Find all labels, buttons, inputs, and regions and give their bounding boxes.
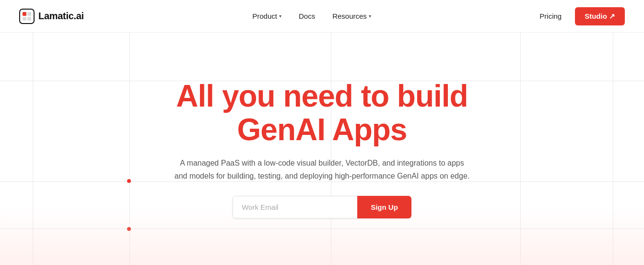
nav-product-label: Product xyxy=(252,12,277,20)
svg-rect-1 xyxy=(23,12,26,16)
chevron-down-icon-resources: ▾ xyxy=(369,13,371,19)
logo-icon xyxy=(19,9,35,24)
nav-right: Pricing Studio ↗ xyxy=(539,7,625,25)
nav-docs-label: Docs xyxy=(299,12,315,20)
chevron-down-icon: ▾ xyxy=(279,13,281,19)
svg-rect-0 xyxy=(20,9,34,24)
red-dot-2 xyxy=(127,227,131,231)
studio-button[interactable]: Studio ↗ xyxy=(575,7,625,25)
nav-item-product[interactable]: Product ▾ xyxy=(252,12,281,20)
grid-line-v1 xyxy=(33,33,33,265)
hero-title-line1: All you need to build xyxy=(176,79,468,113)
grid-line-h3 xyxy=(0,229,644,229)
grid-line-v5 xyxy=(613,33,613,265)
red-dot-1 xyxy=(127,179,131,183)
hero-title: All you need to build GenAI Apps xyxy=(176,79,468,147)
nav-item-pricing[interactable]: Pricing xyxy=(539,12,562,20)
work-email-input[interactable] xyxy=(233,196,357,218)
grid-line-v2 xyxy=(129,33,130,265)
svg-rect-3 xyxy=(23,17,26,21)
nav-item-docs[interactable]: Docs xyxy=(299,12,315,20)
hero-content: All you need to build GenAI Apps A manag… xyxy=(174,79,471,218)
email-form: Sign Up xyxy=(233,196,411,218)
navbar: Lamatic.ai Product ▾ Docs Resources ▾ Pr… xyxy=(0,0,644,33)
nav-item-resources[interactable]: Resources ▾ xyxy=(332,12,371,20)
hero-title-line2: GenAI Apps xyxy=(237,112,407,147)
hero-subtitle: A managed PaaS with a low-code visual bu… xyxy=(174,157,471,182)
logo[interactable]: Lamatic.ai xyxy=(19,9,84,24)
nav-resources-label: Resources xyxy=(332,12,367,20)
hero-section: All you need to build GenAI Apps A manag… xyxy=(0,33,644,265)
logo-text: Lamatic.ai xyxy=(38,11,84,22)
svg-rect-2 xyxy=(27,12,31,16)
signup-button[interactable]: Sign Up xyxy=(357,196,411,218)
grid-line-v4 xyxy=(520,33,521,265)
svg-rect-4 xyxy=(27,17,31,21)
nav-links: Product ▾ Docs Resources ▾ xyxy=(252,12,371,20)
